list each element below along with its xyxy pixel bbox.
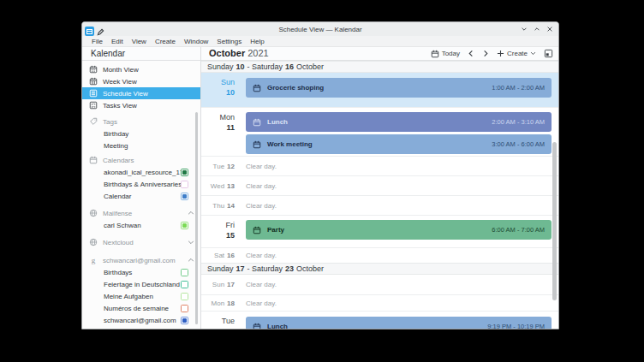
account-gmail-header[interactable]: g schwancarl@gmail.com bbox=[82, 254, 200, 266]
sidebar-item-week-view[interactable]: Week View bbox=[82, 75, 200, 87]
sidebar-item-month-view[interactable]: Month View bbox=[82, 63, 200, 75]
today-button[interactable]: Today bbox=[431, 50, 460, 58]
calendar-checkbox[interactable] bbox=[181, 193, 188, 200]
calendar-item-akonadi[interactable]: akonadi_ical_resource_17 bbox=[82, 166, 200, 178]
calendar-panel-toggle-button[interactable] bbox=[544, 49, 553, 58]
day-row-thu-14[interactable]: Thu14 Clear day. bbox=[201, 195, 558, 215]
day-row-mon-11: Mon 11 Lunch 2:00 AM - 3:10 AM bbox=[201, 107, 558, 156]
menu-help[interactable]: Help bbox=[246, 38, 268, 45]
schedule-view: Sunday10- Saturday16October Sun 10 Groce… bbox=[200, 61, 558, 329]
event-calendar-icon bbox=[253, 226, 261, 234]
day-label: Mon18 bbox=[201, 300, 242, 307]
day-label: Mon 11 bbox=[201, 108, 242, 156]
tasks-view-icon bbox=[89, 101, 98, 110]
chevron-up-icon[interactable] bbox=[188, 257, 194, 265]
calendar-checkbox[interactable] bbox=[181, 293, 188, 300]
chevron-left-icon bbox=[468, 50, 474, 57]
clear-day-label: Clear day. bbox=[246, 163, 277, 170]
menu-window[interactable]: Window bbox=[180, 38, 212, 45]
clear-day-label: Clear day. bbox=[246, 300, 277, 307]
calendars-section-header[interactable]: Calendars bbox=[82, 154, 200, 166]
account-nextcloud-header[interactable]: Nextcloud bbox=[82, 236, 200, 248]
chevron-up-icon[interactable] bbox=[188, 210, 194, 218]
calendar-item-feiertage[interactable]: Feiertage in Deutschland bbox=[82, 278, 200, 290]
day-row-mon-18[interactable]: Mon18 Clear day. bbox=[201, 294, 558, 311]
globe-icon bbox=[89, 238, 98, 246]
day-label: Sun17 bbox=[201, 281, 242, 288]
sidebar-scrollbar[interactable] bbox=[195, 112, 198, 324]
calendar-item-numeros-semaine[interactable]: Numéros de semaine bbox=[82, 302, 200, 314]
schedule-scrollbar[interactable] bbox=[552, 142, 557, 300]
day-row-sat-16[interactable]: Sat16 Clear day. bbox=[201, 247, 558, 263]
day-label: Thu14 bbox=[201, 202, 242, 210]
tag-item-meeting[interactable]: Meeting bbox=[82, 139, 200, 151]
google-icon: g bbox=[89, 256, 98, 264]
day-label: Tue12 bbox=[201, 163, 242, 170]
calendar-item-gmail-main[interactable]: schwancarl@gmail.com bbox=[82, 314, 200, 326]
day-row-wed-13[interactable]: Wed13 Clear day. bbox=[201, 175, 558, 195]
calendar-panel-icon bbox=[544, 49, 553, 58]
event-calendar-icon bbox=[253, 140, 261, 149]
day-label: Fri 15 bbox=[201, 216, 242, 247]
week-view-icon bbox=[89, 77, 98, 86]
calendar-item-meine-aufgaben[interactable]: Meine Aufgaben bbox=[82, 290, 200, 302]
calendar-item-calendar[interactable]: Calendar bbox=[82, 190, 200, 202]
window-title: Schedule View — Kalendar bbox=[82, 26, 558, 33]
calendar-item-birthdays-anniversaries[interactable]: Birthdays & Anniversaries bbox=[82, 178, 200, 190]
menu-edit[interactable]: Edit bbox=[107, 38, 128, 45]
maximize-button[interactable] bbox=[534, 26, 540, 33]
sidebar: Month View Week View Schedule View bbox=[82, 61, 200, 329]
calendar-item-carl-schwan[interactable]: carl Schwan bbox=[82, 219, 200, 231]
calendar-checkbox[interactable] bbox=[181, 317, 188, 324]
day-row-fri-15: Fri 15 Party 6:00 AM - 7:00 AM bbox=[201, 215, 558, 247]
week-header: Sunday10- Saturday16October bbox=[201, 61, 558, 73]
previous-button[interactable] bbox=[468, 50, 474, 57]
calendar-checkbox[interactable] bbox=[181, 305, 188, 312]
event-grocerie-shoping[interactable]: Grocerie shoping 1:00 AM - 2:00 AM bbox=[246, 78, 552, 98]
day-label: Wed13 bbox=[201, 182, 242, 190]
calendar-checkbox[interactable] bbox=[181, 269, 188, 276]
calendar-checkbox[interactable] bbox=[181, 169, 188, 176]
menu-create[interactable]: Create bbox=[151, 38, 180, 45]
clear-day-label: Clear day. bbox=[246, 281, 277, 288]
tags-section-header[interactable]: Tags bbox=[82, 116, 200, 128]
event-lunch-2[interactable]: Lunch 9:19 PM - 10:19 PM bbox=[246, 317, 552, 329]
calendar-item-gmail-birthdays[interactable]: Birthdays bbox=[82, 266, 200, 278]
title-bar[interactable]: Schedule View — Kalendar bbox=[82, 22, 558, 36]
sidebar-item-tasks-view[interactable]: Tasks View bbox=[82, 99, 200, 111]
schedule-view-icon bbox=[89, 89, 98, 98]
header-band: Kalendar October2021 Today bbox=[82, 47, 558, 61]
create-button[interactable]: Create bbox=[497, 50, 536, 57]
chevron-right-icon bbox=[482, 50, 489, 57]
sidebar-item-schedule-view[interactable]: Schedule View bbox=[82, 87, 200, 99]
current-month-label: October2021 bbox=[209, 48, 269, 58]
menu-view[interactable]: View bbox=[128, 38, 151, 45]
event-work-meeting[interactable]: Work meeting 3:00 AM - 6:00 AM bbox=[246, 134, 552, 154]
event-calendar-icon bbox=[253, 323, 261, 330]
day-row-tue-12[interactable]: Tue12 Clear day. bbox=[201, 156, 558, 175]
calendar-checkbox[interactable] bbox=[181, 281, 188, 288]
calendar-checkbox[interactable] bbox=[181, 181, 188, 188]
day-row-tue-19: Tue 19 Lunch 9:19 PM - 10:19 PM bbox=[201, 311, 558, 329]
event-calendar-icon bbox=[253, 84, 261, 92]
tag-item-birthday[interactable]: Birthday bbox=[82, 128, 200, 139]
close-button[interactable] bbox=[546, 26, 553, 33]
chevron-down-icon[interactable] bbox=[188, 239, 194, 247]
day-row-sun-10: Sun 10 Grocerie shoping 1:00 AM - 2:00 A… bbox=[201, 73, 558, 107]
calendar-checkbox[interactable] bbox=[181, 222, 188, 229]
menu-settings[interactable]: Settings bbox=[212, 38, 246, 45]
minimize-button[interactable] bbox=[521, 26, 528, 33]
event-calendar-icon bbox=[253, 118, 261, 127]
kalendar-window: Schedule View — Kalendar File Edit View … bbox=[81, 21, 559, 329]
menu-bar: File Edit View Create Window Settings He… bbox=[82, 36, 558, 47]
event-party[interactable]: Party 6:00 AM - 7:00 AM bbox=[246, 220, 552, 240]
sidebar-divider bbox=[200, 47, 201, 329]
menu-file[interactable]: File bbox=[87, 38, 107, 45]
day-row-sun-17[interactable]: Sun17 Clear day. bbox=[201, 275, 558, 294]
plus-icon bbox=[497, 50, 504, 57]
app-title: Kalendar bbox=[91, 49, 125, 58]
next-button[interactable] bbox=[482, 50, 489, 57]
calendar-icon bbox=[431, 50, 439, 58]
account-mailfense-header[interactable]: Mailfense bbox=[82, 207, 200, 219]
event-lunch-selected[interactable]: Lunch 2:00 AM - 3:10 AM bbox=[246, 112, 552, 132]
